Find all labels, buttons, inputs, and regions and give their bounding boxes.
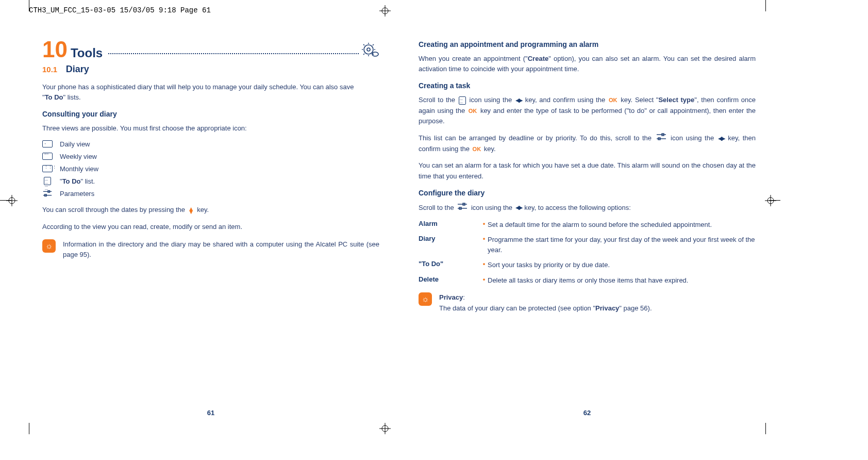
monthly-view-label: Monthly view <box>60 165 98 173</box>
opt-diary-label: Diary <box>419 235 480 255</box>
parameters-icon <box>656 133 667 144</box>
page-left: 10 Tools 10.1 Diary Your phone has a sop… <box>38 38 383 419</box>
list-item: Monthly view <box>42 165 379 173</box>
opt-todo-label: "To Do" <box>419 260 480 270</box>
subhead-consulting: Consulting your diary <box>42 110 379 118</box>
weekly-view-icon <box>42 152 53 160</box>
create-appt-paragraph: When you create an appointment ("Create"… <box>419 54 756 74</box>
tip-box: ☼ Privacy: The data of your diary can be… <box>419 292 756 313</box>
ok-key-icon: OK <box>609 96 617 105</box>
up-down-key-icon: ▲▼ <box>188 207 194 213</box>
list-item: Daily view <box>42 140 379 148</box>
section-title: Diary <box>66 64 89 74</box>
create-task-p1: Scroll to the —— icon using the ◀▶ key, … <box>419 95 756 126</box>
subhead-create-appt: Creating an appointment and programming … <box>419 40 756 48</box>
registration-mark-icon <box>6 195 18 206</box>
todo-list-label: "To Do" list. <box>60 177 95 185</box>
tools-gear-icon <box>362 43 379 60</box>
left-right-key-icon: ◀▶ <box>515 96 522 105</box>
tip-text: Information in the directory and the dia… <box>63 239 379 260</box>
registration-mark-icon <box>379 5 391 17</box>
chapter-title: Tools <box>71 46 103 60</box>
list-item: Parameters <box>42 189 379 198</box>
list-item: — —— — "To Do" list. <box>42 177 379 185</box>
todo-list-icon: —— <box>459 95 466 106</box>
page-number: 62 <box>583 409 591 417</box>
ok-key-icon: OK <box>469 107 477 116</box>
left-right-key-icon: ◀▶ <box>718 134 724 143</box>
list-item: Weekly view <box>42 152 379 160</box>
opt-alarm-desc: Set a default time for the alarm to soun… <box>488 220 756 230</box>
configure-intro: Scroll to the icon using the ◀▶ key, to … <box>419 202 756 213</box>
create-task-p3: You can set an alarm for a task for whic… <box>419 160 756 181</box>
monthly-view-icon <box>42 165 53 173</box>
bullet-icon: • <box>480 275 488 286</box>
daily-view-icon <box>42 140 53 148</box>
section-number: 10.1 <box>42 65 57 74</box>
subhead-create-task: Creating a task <box>419 81 756 90</box>
weekly-view-label: Weekly view <box>60 153 97 160</box>
crop-mark <box>765 0 766 11</box>
opt-todo-desc: Sort your tasks by priority or by due da… <box>488 260 756 270</box>
registration-mark-icon <box>765 195 776 206</box>
tip-box: ☼ Information in the directory and the d… <box>42 239 379 260</box>
crop-mark <box>765 423 766 434</box>
intro-paragraph: Your phone has a sophisticated diary tha… <box>42 82 379 103</box>
views-intro: Three views are possible. You must first… <box>42 123 379 134</box>
page-right: Creating an appointment and programming … <box>414 38 760 419</box>
opt-alarm-label: Alarm <box>419 220 480 230</box>
svg-point-12 <box>364 45 373 54</box>
according-line: According to the view you can read, crea… <box>42 222 379 232</box>
page-number: 61 <box>207 409 214 417</box>
scroll-dates-line: You can scroll through the dates by pres… <box>42 205 379 215</box>
tip-privacy-text: Privacy: The data of your diary can be p… <box>439 292 652 313</box>
registration-mark-icon <box>379 423 391 434</box>
parameters-label: Parameters <box>60 190 94 198</box>
create-task-p2: This list can be arranged by deadline or… <box>419 133 756 154</box>
options-table: Alarm • Set a default time for the alarm… <box>419 220 756 286</box>
ok-key-icon: OK <box>473 145 481 154</box>
chapter-number: 10 <box>42 38 68 61</box>
print-header: CTH3_UM_FCC_15-03-05 15/03/05 9:18 Page … <box>29 6 211 14</box>
bullet-icon: • <box>480 235 488 255</box>
tip-lightbulb-icon: ☼ <box>42 239 56 253</box>
daily-view-label: Daily view <box>60 140 90 148</box>
leader-dots <box>108 53 359 54</box>
crop-mark <box>29 423 29 434</box>
todo-list-icon: — —— — <box>42 177 53 185</box>
tip-lightbulb-icon: ☼ <box>419 292 432 306</box>
opt-delete-label: Delete <box>419 275 480 286</box>
bullet-icon: • <box>480 260 488 270</box>
svg-point-13 <box>367 48 370 51</box>
left-right-key-icon: ◀▶ <box>515 203 522 212</box>
bullet-icon: • <box>480 220 488 230</box>
parameters-icon <box>457 202 468 213</box>
opt-delete-desc: Delete all tasks or diary items or only … <box>488 275 756 286</box>
opt-diary-desc: Programme the start time for your day, y… <box>488 235 756 255</box>
subhead-configure: Configure the diary <box>419 189 756 197</box>
crop-mark <box>29 0 29 11</box>
